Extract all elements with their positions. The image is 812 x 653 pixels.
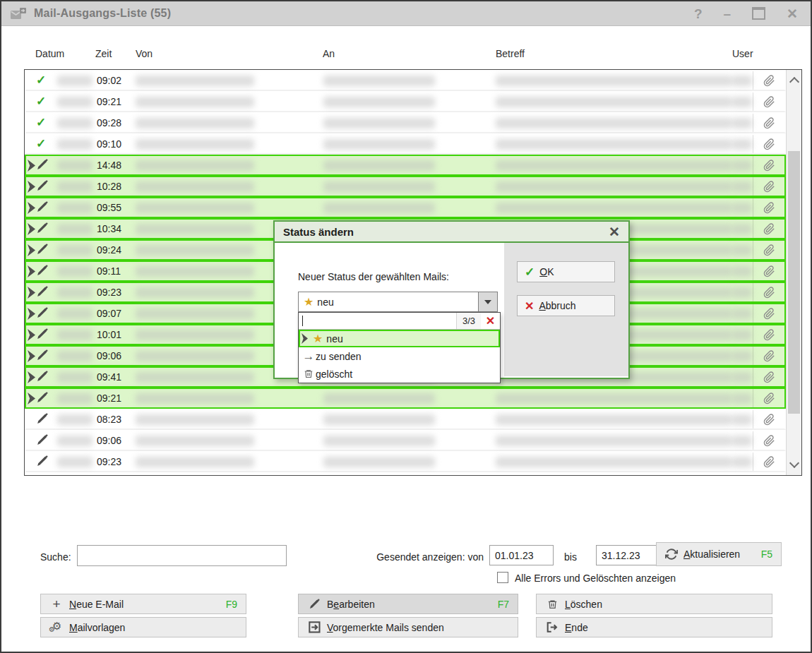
datum-redacted (57, 224, 92, 234)
delete-button[interactable]: Löschen (536, 594, 772, 614)
user-redacted (732, 330, 752, 340)
minimize-icon[interactable]: – (724, 7, 732, 20)
an-redacted (323, 436, 435, 446)
combobox-dropdown-button[interactable] (478, 292, 497, 311)
paperclip-icon (763, 350, 775, 362)
end-button[interactable]: Ende (536, 617, 772, 637)
user-redacted (732, 351, 752, 361)
pencil-icon (36, 392, 48, 404)
an-redacted (323, 139, 435, 150)
table-row[interactable]: 09:06 (25, 430, 786, 451)
status-combobox[interactable]: ★ neu (298, 292, 498, 312)
paperclip-icon (763, 393, 775, 405)
paperclip-icon (763, 414, 775, 426)
row-time: 08:23 (97, 410, 121, 429)
attachment-cell (753, 410, 784, 429)
table-row[interactable]: ✓ 09:02 (25, 70, 786, 91)
von-redacted (136, 266, 254, 277)
chevron-down-icon (484, 300, 491, 304)
table-row[interactable]: 08:23 (25, 409, 786, 430)
trash-icon (545, 599, 559, 610)
row-time: 10:34 (97, 220, 121, 238)
row-time: 09:10 (97, 135, 121, 153)
selection-marker-icon (28, 393, 35, 405)
paperclip-icon (763, 287, 775, 299)
dialog-close-icon[interactable]: ✕ (609, 224, 620, 240)
close-icon[interactable]: ✕ (787, 7, 798, 20)
pencil-icon (36, 434, 49, 447)
an-redacted (323, 76, 435, 86)
boxed-arrow-icon (307, 621, 321, 633)
cancel-button[interactable]: ✕ Abbruch (517, 295, 615, 316)
edit-button[interactable]: Bearbeiten F7 (298, 594, 518, 614)
search-input[interactable] (77, 545, 287, 566)
check-icon: ✓ (36, 116, 46, 129)
star-icon: ★ (313, 332, 323, 345)
von-redacted (136, 224, 254, 234)
delete-label: Löschen (565, 599, 602, 610)
paperclip-icon (763, 329, 775, 341)
betreff-redacted (496, 393, 732, 404)
pencil-icon (36, 455, 48, 467)
datum-redacted (57, 287, 92, 298)
user-redacted (732, 97, 752, 107)
help-icon[interactable]: ? (694, 7, 703, 20)
check-icon: ✓ (36, 137, 46, 150)
new-email-button[interactable]: + Neue E-Mail F9 (40, 594, 246, 614)
pencil-icon (36, 180, 48, 192)
pencil-icon (36, 328, 49, 341)
status-dropdown-popup: 3/3 ✕ ★ neu → zu senden gelöscht (298, 312, 501, 383)
ok-button[interactable]: ✓ OK (517, 261, 615, 282)
maximize-icon[interactable] (752, 7, 765, 20)
von-redacted (136, 203, 254, 213)
paperclip-icon (763, 181, 775, 193)
datum-redacted (57, 139, 92, 150)
col-header-an: An (323, 48, 335, 59)
user-redacted (732, 414, 752, 425)
table-row[interactable]: 09:21 (25, 388, 786, 409)
dropdown-filter-row[interactable]: 3/3 ✕ (299, 313, 500, 330)
scroll-up-icon[interactable] (789, 77, 799, 87)
send-marked-button[interactable]: Vorgemerkte Mails senden (298, 617, 518, 637)
an-redacted (323, 97, 435, 107)
datum-redacted (57, 76, 92, 86)
show-errors-checkbox[interactable] (497, 572, 508, 583)
datum-redacted (57, 266, 92, 277)
table-row[interactable]: 14:48 (25, 155, 786, 176)
refresh-button[interactable]: Aktualisieren F5 (656, 542, 782, 566)
filter-clear-icon[interactable]: ✕ (481, 313, 500, 329)
pencil-icon (36, 286, 49, 299)
bis-label: bis (564, 551, 577, 563)
option-neu[interactable]: ★ neu (299, 330, 500, 347)
user-redacted (732, 160, 752, 171)
row-time: 09:06 (97, 431, 121, 450)
row-time: 09:06 (97, 347, 121, 365)
option-geloescht[interactable]: gelöscht (299, 365, 500, 383)
pencil-icon (36, 201, 48, 213)
pencil-icon (36, 222, 49, 235)
table-row[interactable]: ✓ 09:28 (25, 112, 786, 133)
scroll-down-icon[interactable] (789, 458, 799, 468)
von-redacted (136, 351, 254, 361)
table-row[interactable]: 09:55 (25, 197, 786, 218)
exit-icon (545, 621, 559, 633)
scrollbar-thumb[interactable] (788, 151, 800, 414)
option-zu-senden[interactable]: → zu senden (299, 347, 500, 365)
row-time: 09:23 (97, 453, 121, 471)
mail-templates-button[interactable]: ⚙⚙ Mailvorlagen (40, 617, 246, 637)
col-header-betreff: Betreff (496, 48, 525, 59)
date-to-input[interactable] (596, 545, 660, 565)
selection-marker-icon (28, 244, 35, 256)
table-row[interactable]: 10:28 (25, 176, 786, 197)
date-from-input[interactable] (489, 545, 554, 565)
filter-count: 3/3 (456, 313, 481, 329)
check-icon: ✓ (36, 73, 46, 87)
table-row[interactable]: 09:23 (25, 451, 786, 472)
betreff-redacted (496, 436, 732, 446)
table-row[interactable]: ✓ 09:21 (25, 91, 786, 112)
table-row[interactable]: ✓ 09:10 (25, 133, 786, 155)
user-redacted (732, 436, 752, 446)
vertical-scrollbar[interactable] (786, 70, 801, 475)
attachment-cell (753, 241, 784, 259)
check-icon: ✓ (36, 74, 49, 87)
